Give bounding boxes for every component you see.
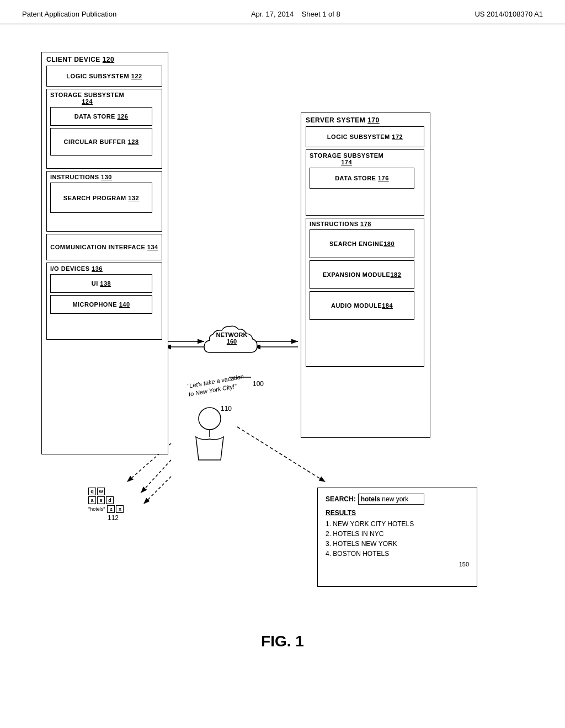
header-center: Apr. 17, 2014 Sheet 1 of 8 [251,10,340,18]
keyboard-ref: 112 [108,514,143,522]
speech-bubble-text: "Let's take a vacation to New York City!… [186,372,246,399]
server-system-box: SERVER SYSTEM 170 LOGIC SUBSYSTEM 172 ST… [301,113,430,438]
result-item-4: 4. BOSTON HOTELS [326,550,469,558]
header-left: Patent Application Publication [22,10,116,18]
search-engine-server: SEARCH ENGINE180 [310,229,414,258]
search-line: SEARCH: hotels new york [326,494,469,505]
key-z: z [107,505,115,513]
io-devices-client: I/O DEVICES 136 UI 138 MICROPHONE 140 [46,263,162,340]
comm-interface-client: COMMUNICATION INTERFACE 134 [46,234,162,260]
person-silhouette: 110 [177,405,232,477]
instructions-label-client: INSTRUCTIONS 130 [50,174,112,180]
svg-line-10 [143,477,171,504]
diagram-area: CLIENT DEVICE 120 LOGIC SUBSYSTEM 122 ST… [0,24,565,659]
audio-module-server: AUDIO MODULE184 [310,291,414,320]
instructions-server: INSTRUCTIONS 178 SEARCH ENGINE180 EXPANS… [306,218,424,367]
data-store-server: DATA STORE 176 [310,168,414,189]
circular-buffer-client: CIRCULAR BUFFER 128 [50,128,152,156]
result-item-1: 1. NEW YORK CITY HOTELS [326,520,469,528]
key-d: d [106,496,114,504]
result-item-2: 2. HOTELS IN NYC [326,530,469,538]
header-right: US 2014/0108370 A1 [475,10,543,18]
storage-label-server: STORAGE SUBSYSTEM174 [310,152,383,165]
key-w: w [97,488,105,495]
storage-label-client: STORAGE SUBSYSTEM124 [50,92,124,105]
key-q: q [88,488,96,495]
key-x: x [116,505,124,513]
ui-client: UI 138 [50,274,152,293]
microphone-client: MICROPHONE 140 [50,295,152,314]
page-header: Patent Application Publication Apr. 17, … [0,0,565,24]
instructions-label-server: INSTRUCTIONS 178 [310,221,371,227]
logic-subsystem-server: LOGIC SUBSYSTEM 172 [306,126,424,147]
results-label: RESULTS [326,509,469,517]
storage-subsystem-server: STORAGE SUBSYSTEM174 DATA STORE 176 [306,149,424,216]
client-device-box: CLIENT DEVICE 120 LOGIC SUBSYSTEM 122 ST… [41,52,168,454]
keyboard: q w a s d "hotels" z x 112 [88,488,124,522]
key-a: a [88,496,96,504]
search-program-client: SEARCH PROGRAM 132 [50,183,152,213]
logic-subsystem-client: LOGIC SUBSYSTEM 122 [46,66,162,87]
storage-subsystem-client: STORAGE SUBSYSTEM124 DATA STORE 126 CIRC… [46,89,162,169]
person-ref: 110 [221,405,232,413]
network-label: NETWORK160 [199,331,265,345]
fig-label: FIG. 1 [261,633,304,650]
ref-100: 100 [253,380,264,388]
search-input-display: hotels new york [358,494,424,505]
instructions-client: INSTRUCTIONS 130 SEARCH PROGRAM 132 [46,171,162,232]
key-s: s [97,496,105,504]
svg-point-14 [199,408,221,430]
server-system-label: SERVER SYSTEM 170 [306,116,380,124]
keyboard-label: "hotels" [88,505,105,513]
network-cloud: NETWORK160 [199,319,265,363]
result-item-3: 3. HOTELS NEW YORK [326,540,469,548]
svg-line-9 [141,460,171,493]
data-store-client: DATA STORE 126 [50,107,152,126]
search-results-box: SEARCH: hotels new york RESULTS 1. NEW Y… [317,488,477,587]
expansion-module-server: EXPANSION MODULE182 [310,260,414,289]
io-devices-label: I/O DEVICES 136 [50,265,103,272]
box-num-150: 150 [326,561,469,568]
client-device-label: CLIENT DEVICE 120 [46,56,114,63]
